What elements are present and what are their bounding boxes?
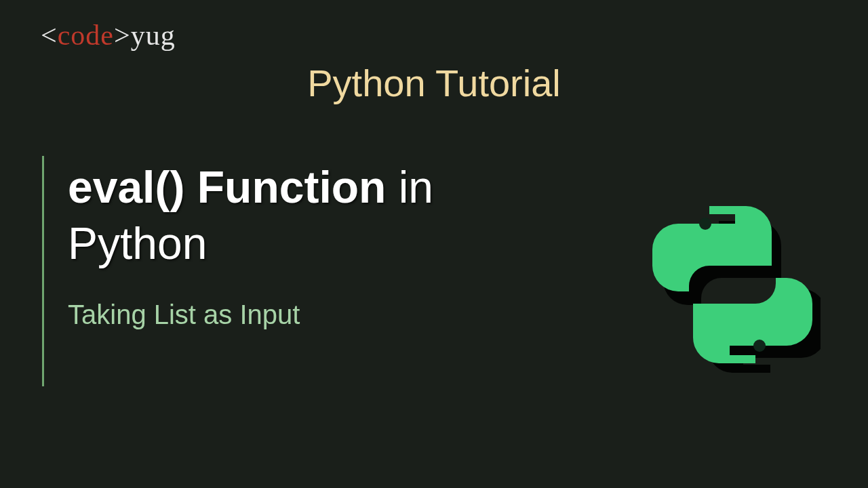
page-header: Python Tutorial: [0, 61, 868, 105]
topic-title-line2: Python: [68, 216, 556, 272]
logo-open-angle: <: [41, 20, 58, 51]
topic-subtitle: Taking List as Input: [68, 300, 556, 330]
main-content: eval() Function in Python Taking List as…: [68, 159, 556, 330]
svg-point-0: [699, 218, 711, 230]
logo-code-text: code: [58, 20, 114, 51]
logo-close-angle: >: [114, 20, 131, 51]
topic-title: eval() Function in: [68, 159, 556, 216]
topic-title-rest: in: [386, 162, 433, 212]
topic-title-bold: eval() Function: [68, 162, 386, 212]
logo-suffix: yug: [131, 20, 176, 51]
brand-logo: <code>yug: [41, 19, 176, 52]
python-logo-icon: [644, 197, 821, 373]
accent-bar: [42, 156, 44, 386]
svg-point-1: [753, 340, 766, 352]
